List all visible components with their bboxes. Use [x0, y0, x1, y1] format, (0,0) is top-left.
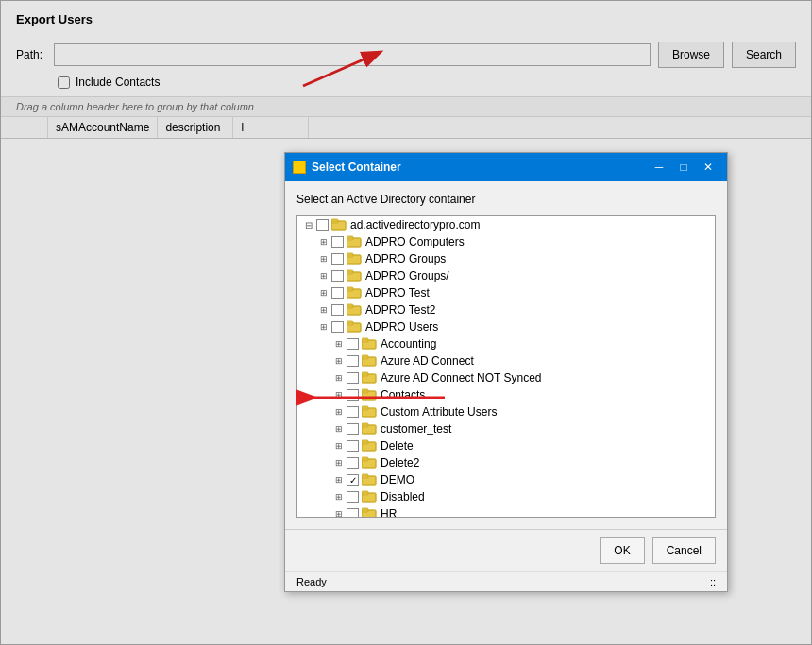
- tree-item[interactable]: ⊞ HR: [297, 505, 715, 518]
- folder-icon: [362, 405, 378, 418]
- tree-item[interactable]: ⊞ ADPRO Computers: [297, 233, 715, 250]
- folder-icon: [347, 303, 363, 316]
- tree-item-label: ADPRO Test: [365, 286, 430, 299]
- tree-checkbox[interactable]: [331, 270, 344, 282]
- tree-checkbox[interactable]: ✓: [347, 474, 359, 486]
- tree-checkbox[interactable]: [347, 372, 359, 384]
- tree-item[interactable]: ⊞✓ DEMO: [297, 471, 715, 488]
- tree-item[interactable]: ⊞ ADPRO Groups: [297, 250, 715, 267]
- folder-icon: [347, 320, 363, 333]
- tree-checkbox[interactable]: [347, 457, 359, 469]
- tree-checkbox[interactable]: [347, 338, 359, 350]
- folder-icon: [347, 235, 363, 248]
- folder-icon: [347, 286, 363, 299]
- tree-expander[interactable]: ⊞: [331, 404, 347, 419]
- cancel-button[interactable]: Cancel: [652, 537, 716, 564]
- tree-item-label: Delete2: [381, 456, 419, 469]
- dialog-footer: OK Cancel: [285, 529, 727, 571]
- tree-item-label: Accounting: [381, 337, 436, 350]
- folder-icon: [362, 337, 378, 350]
- tree-item[interactable]: ⊞ Azure AD Connect: [297, 352, 715, 369]
- tree-checkbox[interactable]: [347, 355, 359, 367]
- folder-icon: [362, 371, 378, 384]
- tree-checkbox[interactable]: [347, 508, 359, 518]
- folder-icon: [362, 388, 378, 401]
- tree-item-label: HR: [381, 507, 397, 518]
- tree-expander[interactable]: ⊞: [331, 506, 347, 518]
- tree-item-label: ADPRO Test2: [365, 303, 435, 316]
- tree-expander[interactable]: ⊞: [316, 319, 331, 334]
- tree-expander[interactable]: ⊟: [301, 217, 316, 232]
- tree-item-label: ADPRO Computers: [365, 235, 465, 248]
- tree-checkbox[interactable]: [347, 491, 359, 503]
- folder-icon: [347, 269, 363, 282]
- tree-item[interactable]: ⊞ ADPRO Groups/: [297, 267, 715, 284]
- tree-item-label: DEMO: [381, 473, 414, 486]
- tree-container[interactable]: ⊟ ad.activedirectorypro.com⊞ ADPRO Compu…: [296, 215, 716, 518]
- dialog-title-text: Select Container: [312, 161, 401, 174]
- tree-expander[interactable]: ⊞: [331, 489, 347, 504]
- tree-checkbox[interactable]: [331, 287, 344, 299]
- tree-item[interactable]: ⊞ ADPRO Test2: [297, 301, 715, 318]
- main-window: Export Users Path: Browse Search Include…: [0, 0, 812, 645]
- tree-expander[interactable]: ⊞: [316, 251, 331, 266]
- dialog-titlebar-icon: [293, 161, 306, 174]
- tree-expander[interactable]: ⊞: [331, 438, 347, 453]
- tree-expander[interactable]: ⊞: [316, 285, 331, 300]
- modal-overlay: Select Container ─ □ ✕ Select an Active …: [1, 1, 811, 644]
- tree-item[interactable]: ⊞ Disabled: [297, 488, 715, 505]
- tree-item[interactable]: ⊞ ADPRO Users: [297, 318, 715, 335]
- tree-checkbox[interactable]: [347, 406, 359, 418]
- tree-item[interactable]: ⊞ Contacts: [297, 386, 715, 403]
- tree-item-label: Contacts: [381, 388, 425, 401]
- tree-item[interactable]: ⊞ Custom Attribute Users: [297, 403, 715, 420]
- tree-item[interactable]: ⊞ Delete: [297, 437, 715, 454]
- dialog-status: Ready ::: [285, 571, 727, 591]
- tree-checkbox[interactable]: [347, 423, 359, 435]
- tree-item[interactable]: ⊟ ad.activedirectorypro.com: [297, 216, 715, 233]
- minimize-button[interactable]: ─: [648, 158, 670, 177]
- tree-checkbox[interactable]: [347, 389, 359, 401]
- folder-icon: [362, 490, 378, 503]
- tree-item[interactable]: ⊞ Accounting: [297, 335, 715, 352]
- tree-item[interactable]: ⊞ ADPRO Test: [297, 284, 715, 301]
- tree-expander[interactable]: ⊞: [331, 455, 347, 470]
- folder-icon: [347, 252, 363, 265]
- tree-checkbox[interactable]: [331, 304, 344, 316]
- tree-item-label: Azure AD Connect: [381, 354, 474, 367]
- tree-checkbox[interactable]: [331, 236, 344, 248]
- folder-icon: [362, 473, 378, 486]
- tree-expander[interactable]: ⊞: [316, 302, 331, 317]
- tree-expander[interactable]: ⊞: [331, 370, 347, 385]
- folder-icon: [362, 456, 378, 469]
- tree-item-label: Azure AD Connect NOT Synced: [381, 371, 542, 384]
- tree-expander[interactable]: ⊞: [331, 421, 347, 436]
- tree-expander[interactable]: ⊞: [331, 472, 347, 487]
- tree-expander[interactable]: ⊞: [331, 387, 347, 402]
- tree-item[interactable]: ⊞ Delete2: [297, 454, 715, 471]
- tree-checkbox[interactable]: [347, 440, 359, 452]
- ok-button[interactable]: OK: [600, 537, 644, 564]
- tree-checkbox[interactable]: [331, 321, 344, 333]
- maximize-button[interactable]: □: [672, 158, 695, 177]
- tree-item-label: Disabled: [381, 490, 425, 503]
- close-button[interactable]: ✕: [697, 158, 719, 177]
- select-container-dialog: Select Container ─ □ ✕ Select an Active …: [284, 152, 728, 592]
- tree-item-label: ADPRO Groups: [365, 252, 446, 265]
- tree-checkbox[interactable]: [331, 253, 344, 265]
- folder-icon: [331, 218, 347, 231]
- tree-expander[interactable]: ⊞: [331, 353, 347, 368]
- tree-expander[interactable]: ⊞: [316, 268, 331, 283]
- folder-icon: [362, 354, 378, 367]
- tree-expander[interactable]: ⊞: [316, 234, 331, 249]
- tree-item-label: customer_test: [381, 422, 451, 435]
- tree-item-label: ad.activedirectorypro.com: [350, 218, 480, 231]
- tree-item[interactable]: ⊞ customer_test: [297, 420, 715, 437]
- tree-checkbox[interactable]: [316, 219, 329, 231]
- tree-item[interactable]: ⊞ Azure AD Connect NOT Synced: [297, 369, 715, 386]
- status-resize: ::: [710, 576, 716, 587]
- status-text: Ready: [296, 576, 327, 587]
- tree-item-label: ADPRO Groups/: [365, 269, 449, 282]
- dialog-titlebar: Select Container ─ □ ✕: [285, 153, 727, 181]
- tree-expander[interactable]: ⊞: [331, 336, 347, 351]
